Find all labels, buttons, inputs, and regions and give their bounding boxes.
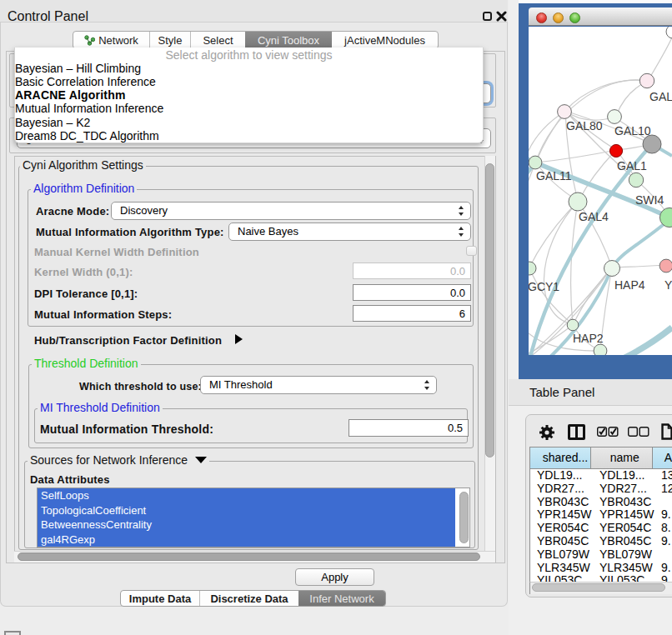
svg-text:HAP2: HAP2 [573, 332, 604, 345]
svg-text:HAP4: HAP4 [614, 278, 645, 292]
svg-text:GAL4: GAL4 [579, 210, 609, 223]
svg-text:GCY1: GCY1 [529, 280, 559, 293]
svg-text:GAL10: GAL10 [614, 124, 651, 138]
svg-text:Y: Y [664, 278, 672, 292]
svg-text:GAL80: GAL80 [566, 119, 603, 132]
svg-text:GAL: GAL [649, 90, 672, 103]
svg-text:SWI4: SWI4 [635, 193, 664, 207]
svg-text:GAL1: GAL1 [617, 159, 647, 172]
svg-text:GAL11: GAL11 [536, 169, 572, 182]
